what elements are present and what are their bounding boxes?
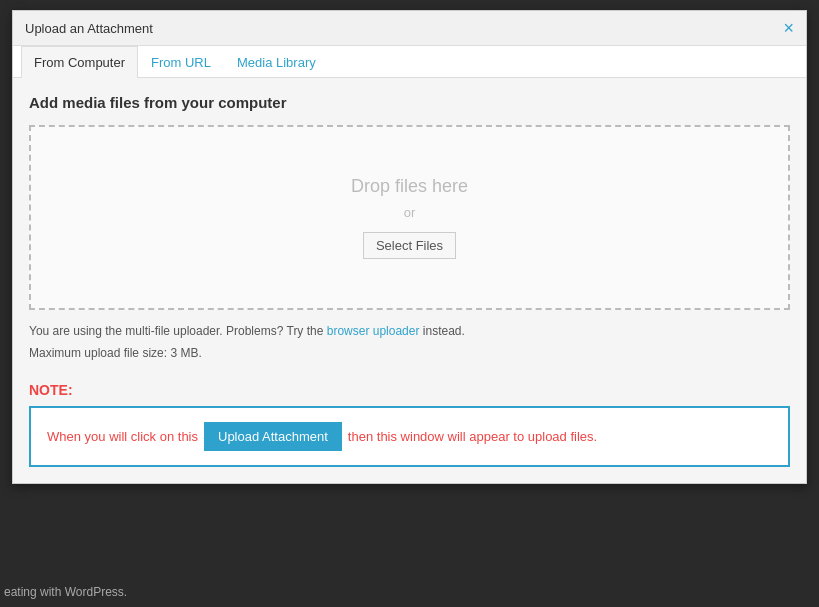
uploader-info: You are using the multi-file uploader. P… xyxy=(29,322,790,340)
select-files-button[interactable]: Select Files xyxy=(363,232,456,259)
section-title: Add media files from your computer xyxy=(29,94,790,111)
file-size-info: Maximum upload file size: 3 MB. xyxy=(29,344,790,362)
tab-media-library[interactable]: Media Library xyxy=(224,46,329,78)
note-section: NOTE: When you will click on this Upload… xyxy=(29,382,790,467)
modal-title-bar: Upload an Attachment × xyxy=(13,11,806,46)
modal-close-button[interactable]: × xyxy=(783,19,794,37)
bottom-text: eating with WordPress. xyxy=(0,585,127,599)
note-box: When you will click on this Upload Attac… xyxy=(29,406,790,467)
modal-title: Upload an Attachment xyxy=(25,21,153,36)
note-text-after: then this window will appear to upload f… xyxy=(348,429,597,444)
tab-from-url[interactable]: From URL xyxy=(138,46,224,78)
note-text-before: When you will click on this xyxy=(47,429,198,444)
uploader-info-before: You are using the multi-file uploader. P… xyxy=(29,324,323,338)
tabs-bar: From Computer From URL Media Library xyxy=(13,46,806,78)
modal-body: Add media files from your computer Drop … xyxy=(13,78,806,483)
drop-or-text: or xyxy=(404,205,416,220)
upload-modal: Upload an Attachment × From Computer Fro… xyxy=(12,10,807,484)
upload-attachment-button[interactable]: Upload Attachment xyxy=(204,422,342,451)
note-label: NOTE: xyxy=(29,382,790,398)
file-drop-zone[interactable]: Drop files here or Select Files xyxy=(29,125,790,310)
drop-text: Drop files here xyxy=(351,176,468,197)
uploader-info-after: instead. xyxy=(423,324,465,338)
tab-from-computer[interactable]: From Computer xyxy=(21,46,138,78)
browser-uploader-link[interactable]: browser uploader xyxy=(327,324,420,338)
